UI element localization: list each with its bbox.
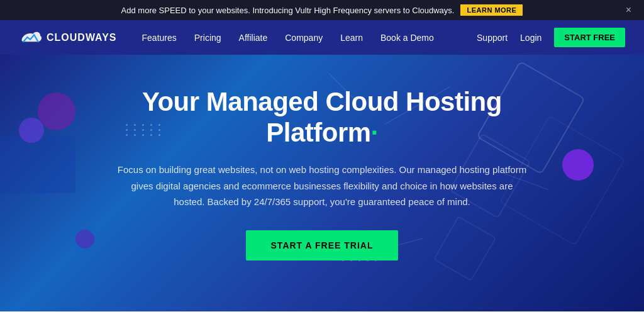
navbar-left: CLOUDWAYS Features Pricing Affiliate Com…: [19, 29, 434, 47]
nav-item-features[interactable]: Features: [142, 32, 177, 43]
decorative-circle-2: [19, 118, 44, 143]
decorative-box-2: [0, 137, 75, 193]
hero-title-dot: ·: [371, 118, 378, 147]
start-trial-button[interactable]: START A FREE TRIAL: [246, 230, 399, 260]
navbar: CLOUDWAYS Features Pricing Affiliate Com…: [0, 20, 644, 55]
hero-section: Your Managed Cloud Hosting Platform· Foc…: [0, 55, 644, 311]
logo-icon: [19, 29, 42, 47]
navbar-right: Support Login START FREE: [477, 28, 625, 47]
learn-more-button[interactable]: LEARN MORE: [460, 4, 523, 16]
announcement-bar: Add more SPEED to your websites. Introdu…: [0, 0, 644, 20]
logo-text: CLOUDWAYS: [47, 32, 117, 43]
nav-link-book-demo[interactable]: Book a Demo: [380, 33, 434, 43]
decorative-circle-3: [562, 149, 594, 181]
login-link[interactable]: Login: [520, 33, 541, 43]
support-link[interactable]: Support: [477, 33, 508, 43]
logo[interactable]: CLOUDWAYS: [19, 29, 117, 47]
nav-link-learn[interactable]: Learn: [340, 33, 363, 43]
nav-item-affiliate[interactable]: Affiliate: [239, 32, 268, 43]
announcement-text: Add more SPEED to your websites. Introdu…: [121, 6, 455, 15]
nav-links: Features Pricing Affiliate Company Learn…: [142, 32, 434, 43]
nav-item-book-demo[interactable]: Book a Demo: [380, 32, 434, 43]
nav-link-pricing[interactable]: Pricing: [194, 33, 221, 43]
hero-content: Your Managed Cloud Hosting Platform· Foc…: [86, 87, 558, 260]
decorative-circle-1: [38, 92, 75, 130]
nav-item-pricing[interactable]: Pricing: [194, 32, 221, 43]
nav-item-learn[interactable]: Learn: [340, 32, 363, 43]
nav-item-company[interactable]: Company: [285, 32, 323, 43]
nav-link-company[interactable]: Company: [285, 33, 323, 43]
nav-link-affiliate[interactable]: Affiliate: [239, 33, 268, 43]
hero-subtitle: Focus on building great websites, not on…: [114, 162, 530, 210]
nav-link-features[interactable]: Features: [142, 33, 177, 43]
hero-title: Your Managed Cloud Hosting Platform·: [86, 87, 558, 148]
announcement-close-button[interactable]: ×: [626, 4, 631, 16]
start-free-button[interactable]: START FREE: [554, 28, 625, 47]
